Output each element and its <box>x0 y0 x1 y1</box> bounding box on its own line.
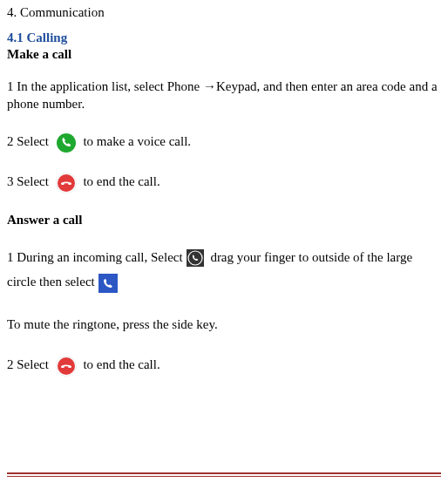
mute-note: To mute the ringtone, press the side key… <box>7 316 441 333</box>
step-1: 1 In the application list, select Phone … <box>7 78 441 113</box>
section-title: 4. Communication <box>7 5 441 20</box>
step-2: 2 Select to make a voice call. <box>7 132 441 153</box>
incoming-icon <box>187 249 204 267</box>
answer-call-label: Answer a call <box>7 213 441 228</box>
answer-1-prefix: 1 During an incoming call, Select <box>7 250 183 264</box>
svg-rect-3 <box>187 249 204 267</box>
svg-point-0 <box>57 133 76 153</box>
footer-divider <box>7 472 441 477</box>
dial-green-icon <box>56 132 77 153</box>
step-3-suffix: to end the call. <box>83 174 160 188</box>
step-3-prefix: 3 Select <box>7 174 52 188</box>
answer-2-suffix: to end the call. <box>83 357 160 371</box>
answer-step-2: 2 Select to end the call. <box>7 356 441 377</box>
step-2-suffix: to make a voice call. <box>83 134 191 148</box>
svg-rect-5 <box>98 274 118 293</box>
subsection-heading: 4.1 Calling <box>7 31 441 45</box>
step-2-prefix: 2 Select <box>7 134 52 148</box>
answer-square-icon <box>98 274 118 293</box>
end-red-icon <box>56 173 77 194</box>
answer-2-prefix: 2 Select <box>7 357 52 371</box>
make-call-label: Make a call <box>7 47 441 62</box>
end-red-icon-2 <box>56 356 77 377</box>
step-3: 3 Select to end the call. <box>7 173 441 194</box>
answer-step-1: 1 During an incoming call, Select drag y… <box>7 245 441 295</box>
